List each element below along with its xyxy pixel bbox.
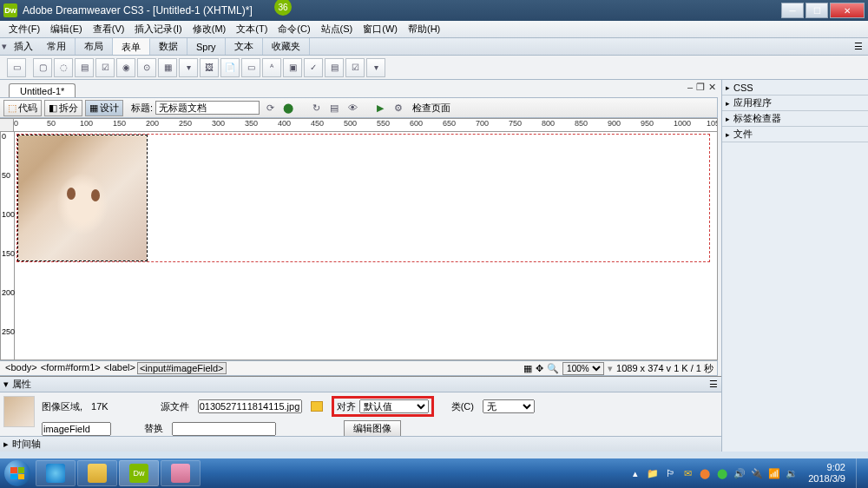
jumpmenu-icon[interactable]: ▾ [179, 58, 198, 77]
insert-tab-spry[interactable]: Spry [187, 38, 226, 55]
insert-tab-common[interactable]: 常用 [38, 38, 76, 55]
tray-up-icon[interactable]: ▴ [629, 467, 641, 479]
menu-insert[interactable]: 插入记录(I) [129, 21, 187, 37]
tag-label[interactable]: <label> [102, 362, 137, 374]
tray-network-icon[interactable]: 📶 [768, 467, 780, 479]
radio-icon[interactable]: ◉ [116, 58, 135, 77]
zoom-tool-icon[interactable]: 🔍 [547, 363, 559, 374]
check-page-button[interactable]: 检查页面 [409, 102, 454, 115]
props-alt-input[interactable] [172, 422, 276, 436]
task-dreamweaver[interactable]: Dw [119, 460, 159, 486]
hidden-icon[interactable]: ◌ [54, 58, 73, 77]
tray-shield-icon[interactable]: ⬤ [699, 467, 711, 479]
props-align-select[interactable]: 默认值 [359, 399, 429, 413]
props-class-select[interactable]: 无 [483, 399, 535, 413]
tag-body[interactable]: <body> [3, 362, 39, 374]
menu-window[interactable]: 窗口(W) [358, 21, 403, 37]
insert-collapse-icon[interactable]: ▾ [0, 38, 9, 55]
task-ie[interactable] [36, 460, 76, 486]
menu-file[interactable]: 文件(F) [3, 21, 45, 37]
doc-close-icon[interactable]: ✕ [708, 82, 716, 93]
edit-image-button[interactable]: 编辑图像 [344, 420, 401, 437]
minimize-button[interactable]: ─ [781, 3, 804, 18]
menu-help[interactable]: 帮助(H) [403, 21, 445, 37]
props-collapse-icon[interactable]: ▾ [3, 379, 9, 390]
select-tool-icon[interactable]: ▦ [523, 363, 532, 374]
doc-tool-1-icon[interactable]: ⟳ [262, 100, 278, 115]
side-app-panel[interactable]: ▸应用程序 [722, 96, 868, 111]
view-split-button[interactable]: ◧拆分 [44, 100, 82, 116]
refresh-icon[interactable]: ↻ [308, 100, 324, 115]
task-paint[interactable] [161, 460, 201, 486]
doc-restore-icon[interactable]: ❐ [696, 82, 705, 93]
insert-bar: ▾ 插入 常用 布局 表单 数据 Spry 文本 收藏夹 ☰ [0, 38, 868, 56]
design-canvas[interactable] [15, 132, 717, 359]
tray-flag-icon[interactable]: 🏳 [664, 467, 676, 479]
taskbar-clock[interactable]: 9:02 2018/3/9 [803, 462, 851, 485]
browse-folder-icon[interactable] [311, 401, 323, 412]
spry-checkbox-icon[interactable]: ☑ [345, 58, 365, 77]
insert-tab-data[interactable]: 数据 [150, 38, 187, 55]
start-button[interactable] [0, 458, 35, 488]
maximize-button[interactable]: ☐ [806, 3, 828, 18]
menu-view[interactable]: 查看(V) [88, 21, 130, 37]
props-src-input[interactable] [198, 399, 302, 413]
doc-minimize-icon[interactable]: – [687, 82, 693, 93]
insert-options-icon[interactable]: ☰ [854, 41, 863, 52]
doc-tool-2-icon[interactable]: ⬤ [280, 100, 296, 115]
menu-edit[interactable]: 编辑(E) [45, 21, 88, 37]
insert-tab-fav[interactable]: 收藏夹 [263, 38, 310, 55]
menu-text[interactable]: 文本(T) [231, 21, 273, 37]
props-name-input[interactable] [42, 422, 111, 436]
insert-tab-forms[interactable]: 表单 [113, 38, 150, 55]
tray-msg-icon[interactable]: ✉ [681, 467, 694, 479]
preview-icon[interactable]: ▶ [372, 100, 388, 115]
form-icon[interactable]: ▭ [7, 58, 26, 77]
menu-commands[interactable]: 命令(C) [273, 21, 315, 37]
spry-validate-icon[interactable]: ✓ [304, 58, 323, 77]
task-explorer[interactable] [77, 460, 117, 486]
menu-site[interactable]: 站点(S) [316, 21, 358, 37]
side-taginspector-panel[interactable]: ▸标签检查器 [722, 111, 868, 127]
document-tab[interactable]: Untitled-1* [9, 83, 76, 97]
tray-power-icon[interactable]: 🔌 [751, 467, 763, 479]
checkbox-icon[interactable]: ☑ [95, 58, 115, 77]
title-input[interactable] [155, 101, 260, 115]
show-desktop-button[interactable] [856, 458, 865, 488]
doc-tool-4-icon[interactable]: ▤ [326, 100, 342, 115]
props-options-icon[interactable]: ☰ [709, 379, 718, 390]
close-button[interactable]: ✕ [830, 3, 865, 18]
textfield-icon[interactable]: ▢ [33, 58, 52, 77]
spry-textarea-icon[interactable]: ▤ [325, 58, 344, 77]
button-icon[interactable]: ▭ [241, 58, 260, 77]
doc-tool-7-icon[interactable]: ⚙ [391, 100, 406, 115]
zoom-select[interactable]: 100% [562, 362, 604, 375]
label-icon[interactable]: ᴬ [262, 58, 281, 77]
image-field-selection[interactable] [17, 135, 148, 261]
timeline-panel-header[interactable]: ▸ 时间轴 [0, 436, 721, 452]
spry-select-icon[interactable]: ▾ [366, 58, 385, 77]
tray-folder-icon[interactable]: 📁 [647, 467, 659, 479]
imagefield-icon[interactable]: 🖼 [200, 58, 219, 77]
doc-tool-5-icon[interactable]: 👁 [345, 100, 360, 115]
timeline-collapse-icon[interactable]: ▸ [3, 439, 9, 450]
hand-tool-icon[interactable]: ✥ [536, 363, 543, 374]
tag-input[interactable]: <input#imageField> [137, 362, 227, 374]
insert-tab-layout[interactable]: 布局 [76, 38, 113, 55]
fieldset-icon[interactable]: ▣ [283, 58, 302, 77]
radiogroup-icon[interactable]: ⊙ [137, 58, 156, 77]
side-css-panel[interactable]: ▸CSS [722, 80, 868, 96]
menu-bar: 文件(F) 编辑(E) 查看(V) 插入记录(I) 修改(M) 文本(T) 命令… [0, 21, 868, 38]
tray-volume-icon[interactable]: 🔉 [786, 467, 798, 479]
list-icon[interactable]: ▦ [158, 58, 177, 77]
filefield-icon[interactable]: 📄 [220, 58, 240, 77]
view-code-button[interactable]: ⬚代码 [3, 100, 42, 116]
textarea-icon[interactable]: ▤ [75, 58, 94, 77]
tray-green-icon[interactable]: ⬤ [716, 467, 728, 479]
tag-form[interactable]: <form#form1> [39, 362, 102, 374]
insert-tab-text[interactable]: 文本 [226, 38, 263, 55]
tray-sound-icon[interactable]: 🔊 [733, 467, 746, 479]
view-design-button[interactable]: ▦设计 [85, 100, 123, 116]
menu-modify[interactable]: 修改(M) [187, 21, 232, 37]
side-files-panel[interactable]: ▸文件 [722, 127, 868, 142]
